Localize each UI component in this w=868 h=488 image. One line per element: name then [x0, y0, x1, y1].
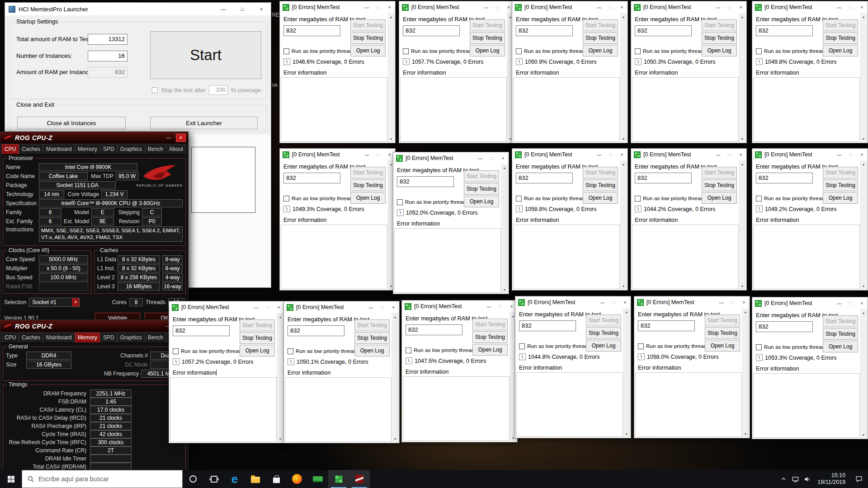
memtest-titlebar[interactable]: [0 Errors] MemTest — □ × [631, 149, 746, 160]
scrollbar[interactable]: ▲ ▼ [623, 308, 630, 437]
ram-amount-input[interactable]: 832 [283, 25, 340, 36]
start-testing-button[interactable]: Start Testing [350, 167, 386, 178]
start-button[interactable]: Start [150, 31, 261, 79]
open-log-button[interactable]: Open Log [823, 45, 858, 56]
open-log-button[interactable]: Open Log [823, 341, 858, 352]
start-testing-button[interactable]: Start Testing [705, 314, 740, 326]
stop-testing-button[interactable]: Stop Testing [464, 183, 499, 195]
open-log-button[interactable]: Open Log [583, 192, 618, 204]
stop-testing-button[interactable]: Stop Testing [583, 32, 618, 44]
maximize-button[interactable]: □ [605, 1, 616, 13]
stop-testing-button[interactable]: Stop Testing [823, 179, 858, 191]
close-button[interactable]: × [738, 296, 750, 308]
error-information-area[interactable] [281, 225, 387, 289]
maximize-button[interactable]: □ [845, 149, 856, 160]
open-log-button[interactable]: Open Log [702, 192, 737, 204]
error-information-area[interactable] [281, 77, 387, 142]
cpuz-tab-bench[interactable]: Bench [145, 144, 166, 154]
stop-testing-button[interactable]: Stop Testing [350, 32, 386, 44]
scroll-down-icon[interactable]: ▼ [742, 430, 749, 437]
start-testing-button[interactable]: Start Testing [240, 319, 275, 331]
scrollbar[interactable]: ▲ ▼ [739, 160, 746, 290]
open-log-button[interactable]: Open Log [472, 344, 508, 356]
error-information-area[interactable] [170, 377, 277, 442]
close-button[interactable]: × [252, 3, 271, 15]
close-button[interactable]: × [735, 1, 746, 13]
memtest-titlebar[interactable]: [0 Errors] MemTest — □ × [393, 152, 509, 164]
scroll-down-icon[interactable]: ▼ [860, 282, 867, 290]
stop-testing-button[interactable]: Stop Testing [350, 179, 386, 191]
open-log-button[interactable]: Open Log [470, 45, 505, 56]
low-priority-checkbox[interactable] [516, 196, 522, 202]
cortana-button[interactable] [183, 470, 203, 488]
ram-amount-input[interactable]: 832 [756, 25, 813, 36]
scroll-down-icon[interactable]: ▼ [739, 282, 746, 290]
scrollbar[interactable]: ▲ ▼ [860, 160, 867, 290]
scroll-down-icon[interactable]: ▼ [623, 430, 630, 437]
low-priority-checkbox[interactable] [288, 348, 293, 354]
taskbar-memtest-button[interactable] [328, 470, 349, 488]
open-log-button[interactable]: Open Log [583, 45, 618, 56]
stop-testing-button[interactable]: Stop Testing [586, 327, 621, 339]
minimize-button[interactable]: — [834, 297, 845, 309]
low-priority-checkbox[interactable] [173, 348, 179, 354]
stop-testing-button[interactable]: Stop Testing [702, 179, 737, 191]
ram-amount-input[interactable]: 832 [397, 176, 454, 187]
minimize-button[interactable]: — [594, 149, 605, 160]
memtest-titlebar[interactable]: [0 Errors] MemTest — □ × [634, 296, 750, 308]
scroll-up-icon[interactable]: ▲ [620, 160, 627, 168]
scroll-down-icon[interactable]: ▼ [501, 286, 508, 293]
stop-testing-button[interactable]: Stop Testing [240, 332, 275, 344]
cpuz-tab-graphics[interactable]: Graphics [118, 333, 145, 343]
minimize-button[interactable]: — [481, 1, 492, 13]
volume-tray-button[interactable] [801, 470, 813, 488]
low-priority-checkbox[interactable] [756, 48, 762, 54]
low-priority-checkbox[interactable] [756, 196, 762, 202]
scrollbar[interactable]: ▲ ▼ [620, 13, 627, 142]
ram-amount-input[interactable]: 832 [635, 173, 692, 183]
launcher-titlebar[interactable]: HCI MemtestPro Launcher — □ × [5, 3, 271, 15]
cpuz-tab-cpu[interactable]: CPU [2, 333, 19, 343]
maximize-button[interactable]: □ [605, 149, 616, 160]
error-information-area[interactable] [753, 225, 860, 289]
close-button[interactable]: × [176, 134, 186, 142]
minimize-button[interactable]: — [712, 1, 724, 13]
cpuz-tab-memory[interactable]: Memory [75, 333, 100, 343]
open-log-button[interactable]: Open Log [586, 340, 621, 352]
error-information-area[interactable] [516, 372, 623, 437]
cpuz-tab-memory[interactable]: Memory [75, 144, 100, 154]
scroll-up-icon[interactable]: ▲ [392, 313, 399, 320]
maximize-button[interactable]: □ [492, 1, 503, 13]
ram-amount-input[interactable]: 832 [638, 320, 695, 331]
scrollbar[interactable]: ▲ ▼ [277, 313, 284, 442]
maximize-button[interactable]: □ [845, 1, 856, 13]
start-testing-button[interactable]: Start Testing [702, 19, 737, 31]
cpuz-tab-spd[interactable]: SPD [100, 333, 117, 343]
start-testing-button[interactable]: Start Testing [350, 19, 386, 31]
memtest-titlebar[interactable]: [0 Errors] MemTest — □ × [280, 1, 395, 13]
close-button[interactable]: × [384, 1, 395, 13]
ram-amount-input[interactable]: 832 [516, 25, 573, 36]
minimize-button[interactable]: — [597, 296, 608, 308]
maximize-button[interactable]: □ [262, 301, 273, 313]
minimize-button[interactable]: — [712, 149, 724, 160]
scroll-down-icon[interactable]: ▼ [387, 135, 395, 142]
exit-launcher-button[interactable]: Exit Launcher [150, 117, 258, 129]
low-priority-checkbox[interactable] [283, 48, 289, 54]
maximize-button[interactable]: □ [724, 1, 735, 13]
open-log-button[interactable]: Open Log [464, 196, 499, 207]
low-priority-checkbox[interactable] [638, 343, 644, 349]
scrollbar[interactable]: ▲ ▼ [392, 313, 399, 442]
memtest-titlebar[interactable]: [0 Errors] MemTest — □ × [512, 1, 627, 13]
socket-select[interactable]: Socket #1 ▼ [29, 298, 80, 307]
error-information-area[interactable] [394, 228, 501, 293]
start-testing-button[interactable]: Start Testing [354, 319, 390, 331]
tray-expand-button[interactable] [778, 470, 789, 488]
minimize-button[interactable]: — [834, 149, 845, 160]
low-priority-checkbox[interactable] [403, 48, 409, 54]
memtest-titlebar[interactable]: [0 Errors] MemTest — □ × [631, 1, 746, 13]
cpuz-tab-graphics[interactable]: Graphics [118, 144, 145, 154]
ram-amount-input[interactable]: 832 [406, 324, 462, 335]
scroll-down-icon[interactable]: ▼ [620, 135, 627, 142]
stop-testing-button[interactable]: Stop Testing [705, 327, 740, 339]
